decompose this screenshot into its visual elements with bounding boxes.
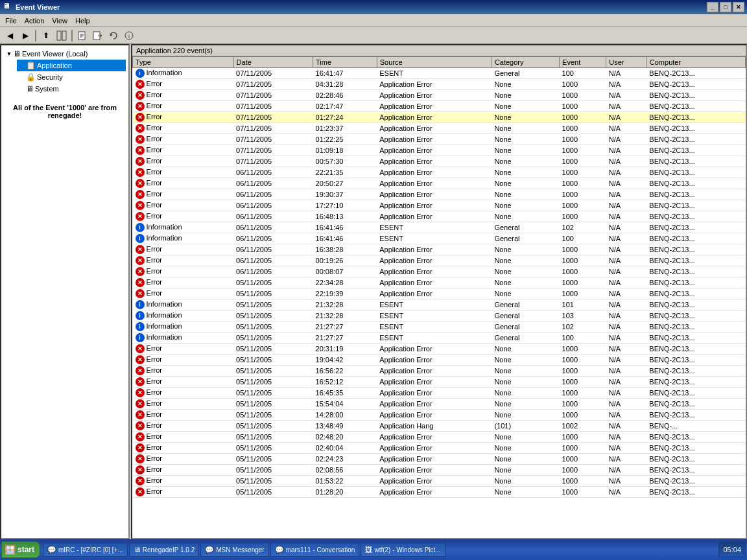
table-row[interactable]: i Information 05/11/2005 21:27:27 ESENT … <box>133 332 746 344</box>
cell-type: ✕ Error <box>133 421 234 432</box>
cell-source: ESENT <box>377 222 492 233</box>
table-row[interactable]: ✕ Error 06/11/2005 16:48:13 Application … <box>133 211 746 222</box>
cell-event: 1000 <box>560 476 606 487</box>
tree-item-security[interactable]: 🔒 Security <box>17 71 126 83</box>
menu-view[interactable]: View <box>48 16 71 26</box>
cell-source: Application Error <box>377 167 492 178</box>
cell-computer: BENQ-2C13... <box>646 277 745 288</box>
cell-event: 1000 <box>560 432 606 443</box>
tree-item-application[interactable]: 📋 Application <box>17 60 126 71</box>
cell-category: General <box>492 310 559 321</box>
table-row[interactable]: ✕ Error 06/11/2005 16:38:28 Application … <box>133 244 746 255</box>
table-row[interactable]: ✕ Error 06/11/2005 19:30:37 Application … <box>133 189 746 200</box>
table-row[interactable]: ✕ Error 06/11/2005 20:50:27 Application … <box>133 178 746 189</box>
table-row[interactable]: ✕ Error 07/11/2005 04:31:28 Application … <box>133 79 746 90</box>
properties-button[interactable]: i <box>122 29 136 43</box>
table-row[interactable]: ✕ Error 07/11/2005 02:17:47 Application … <box>133 101 746 112</box>
table-row[interactable]: ✕ Error 05/11/2005 13:48:49 Application … <box>133 421 746 432</box>
col-time[interactable]: Time <box>313 57 377 68</box>
start-button[interactable]: 🪟 start <box>1 541 40 558</box>
table-row[interactable]: ✕ Error 06/11/2005 00:19:26 Application … <box>133 255 746 266</box>
cell-date: 07/11/2005 <box>233 112 313 123</box>
tree-button[interactable] <box>54 29 69 43</box>
tree-item-system[interactable]: 🖥 System <box>17 83 126 95</box>
table-row[interactable]: ✕ Error 07/11/2005 01:23:37 Application … <box>133 123 746 134</box>
table-row[interactable]: ✕ Error 05/11/2005 15:54:04 Application … <box>133 399 746 410</box>
refresh-button[interactable] <box>106 29 121 43</box>
cell-source: Application Error <box>377 123 492 134</box>
cell-computer: BENQ-2C13... <box>646 355 745 366</box>
minimize-button[interactable]: _ <box>707 2 718 12</box>
table-row[interactable]: ✕ Error 05/11/2005 02:24:23 Application … <box>133 454 746 465</box>
cell-time: 17:27:10 <box>313 200 377 211</box>
up-button[interactable]: ⬆ <box>39 29 53 43</box>
cell-computer: BENQ-2C13... <box>646 366 745 377</box>
table-row[interactable]: ✕ Error 05/11/2005 01:28:20 Application … <box>133 487 746 498</box>
import-button[interactable] <box>91 29 105 43</box>
event-table-container[interactable]: Type Date Time Source Category Event Use… <box>132 56 746 538</box>
col-category[interactable]: Category <box>492 57 559 68</box>
cell-category: None <box>492 101 559 112</box>
table-row[interactable]: ✕ Error 07/11/2005 01:22:25 Application … <box>133 134 746 145</box>
table-row[interactable]: i Information 05/11/2005 21:32:28 ESENT … <box>133 310 746 321</box>
cell-type: ✕ Error <box>133 189 234 200</box>
back-button[interactable]: ◀ <box>3 29 17 43</box>
table-row[interactable]: i Information 07/11/2005 16:41:47 ESENT … <box>133 68 746 79</box>
event-table: Type Date Time Source Category Event Use… <box>132 56 746 498</box>
cell-category: None <box>492 90 559 101</box>
table-row[interactable]: ✕ Error 05/11/2005 20:31:19 Application … <box>133 344 746 355</box>
table-row[interactable]: ✕ Error 05/11/2005 16:56:22 Application … <box>133 366 746 377</box>
col-source[interactable]: Source <box>377 57 492 68</box>
table-row[interactable]: ✕ Error 05/11/2005 19:04:42 Application … <box>133 355 746 366</box>
col-event[interactable]: Event <box>560 57 606 68</box>
table-row[interactable]: ✕ Error 06/11/2005 17:27:10 Application … <box>133 200 746 211</box>
error-icon: ✕ <box>136 179 145 188</box>
cell-type: ✕ Error <box>133 344 234 355</box>
table-row[interactable]: i Information 06/11/2005 16:41:46 ESENT … <box>133 233 746 244</box>
menu-file[interactable]: File <box>1 16 21 26</box>
cell-computer: BENQ-2C13... <box>646 200 745 211</box>
table-row[interactable]: ✕ Error 06/11/2005 22:21:35 Application … <box>133 167 746 178</box>
menu-help[interactable]: Help <box>71 16 94 26</box>
cell-user: N/A <box>606 410 647 421</box>
forward-button[interactable]: ▶ <box>18 29 32 43</box>
col-date[interactable]: Date <box>233 57 313 68</box>
table-row[interactable]: i Information 06/11/2005 16:41:46 ESENT … <box>133 222 746 233</box>
tree-root[interactable]: ▼ 🖥 Event Viewer (Local) <box>4 48 126 60</box>
table-row[interactable]: ✕ Error 05/11/2005 02:40:04 Application … <box>133 443 746 454</box>
table-row[interactable]: ✕ Error 05/11/2005 22:34:28 Application … <box>133 277 746 288</box>
taskbar-item-mars[interactable]: 💬 mars111 - Conversation <box>270 542 360 557</box>
error-icon: ✕ <box>136 443 145 452</box>
table-row[interactable]: ✕ Error 05/11/2005 01:53:22 Application … <box>133 476 746 487</box>
table-row[interactable]: i Information 05/11/2005 21:27:27 ESENT … <box>133 321 746 332</box>
cell-user: N/A <box>606 476 647 487</box>
taskbar-item-renegade[interactable]: 🖥 RenegadeIP 1.0.2 <box>129 542 199 557</box>
cell-computer: BENQ-2C13... <box>646 233 745 244</box>
col-computer[interactable]: Computer <box>646 57 745 68</box>
table-row[interactable]: ✕ Error 05/11/2005 22:19:39 Application … <box>133 288 746 299</box>
table-row[interactable]: ✕ Error 05/11/2005 16:52:12 Application … <box>133 377 746 388</box>
table-row[interactable]: i Information 05/11/2005 21:32:28 ESENT … <box>133 299 746 310</box>
table-row[interactable]: ✕ Error 07/11/2005 02:28:46 Application … <box>133 90 746 101</box>
maximize-button[interactable]: □ <box>720 2 731 12</box>
menu-action[interactable]: Action <box>21 16 49 26</box>
cell-category: None <box>492 366 559 377</box>
taskbar-item-mirc[interactable]: 💬 mIRC - [#ZIRC [0] [+... <box>43 542 128 557</box>
table-row[interactable]: ✕ Error 07/11/2005 01:09:18 Application … <box>133 145 746 156</box>
table-row[interactable]: ✕ Error 05/11/2005 14:28:00 Application … <box>133 410 746 421</box>
window-controls[interactable]: _ □ ✕ <box>707 2 744 12</box>
table-row[interactable]: ✕ Error 05/11/2005 02:08:56 Application … <box>133 465 746 476</box>
close-button[interactable]: ✕ <box>733 2 744 12</box>
col-type[interactable]: Type <box>133 57 234 68</box>
export-button[interactable] <box>75 29 89 43</box>
taskbar-item-wtf[interactable]: 🖼 wtf(2) - Windows Pict... <box>361 542 445 557</box>
table-row[interactable]: ✕ Error 07/11/2005 01:27:24 Application … <box>133 112 746 123</box>
table-row[interactable]: ✕ Error 05/11/2005 16:45:35 Application … <box>133 388 746 399</box>
col-user[interactable]: User <box>606 57 647 68</box>
taskbar-item-msn[interactable]: 💬 MSN Messenger <box>200 542 268 557</box>
cell-type: ✕ Error <box>133 112 234 123</box>
table-row[interactable]: ✕ Error 05/11/2005 02:48:20 Application … <box>133 432 746 443</box>
table-row[interactable]: ✕ Error 07/11/2005 00:57:30 Application … <box>133 156 746 167</box>
tree-expand-root[interactable]: ▼ <box>5 51 13 57</box>
table-row[interactable]: ✕ Error 06/11/2005 00:08:07 Application … <box>133 266 746 277</box>
